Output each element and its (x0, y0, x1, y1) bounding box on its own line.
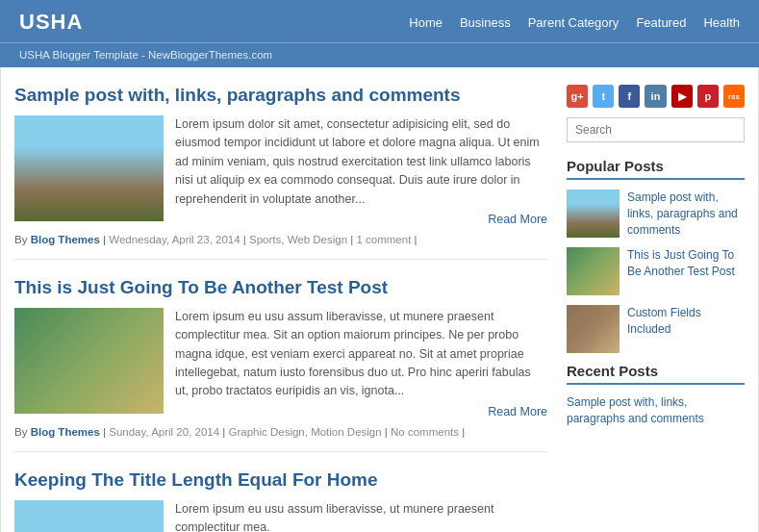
post-body: Lorem ipsum dolor sit amet, consectetur … (14, 115, 547, 226)
post-author[interactable]: Blog Themes (31, 234, 100, 245)
post-date: Wednesday, April 23, 2014 (109, 234, 240, 245)
post-item: Sample post with, links, paragraphs and … (14, 85, 547, 260)
tagline: USHA Blogger Template - NewBloggerThemes… (19, 49, 272, 61)
post-thumbnail (14, 308, 164, 414)
popular-posts-list: Sample post with, links, paragraphs and … (567, 190, 745, 353)
main-nav: HomeBusinessParent CategoryFeaturedHealt… (409, 15, 740, 30)
popular-post-item: This is Just Going To Be Another Test Po… (567, 247, 745, 295)
main-content: Sample post with, links, paragraphs and … (14, 85, 547, 532)
google-plus-icon[interactable]: g+ (567, 85, 588, 108)
post-meta: By Blog Themes | Wednesday, April 23, 20… (14, 234, 547, 245)
post-title[interactable]: Sample post with, links, paragraphs and … (14, 85, 547, 106)
post-thumbnail (14, 500, 164, 532)
popular-posts-title: Popular Posts (567, 158, 745, 180)
nav-item-featured[interactable]: Featured (636, 15, 686, 30)
post-item: This is Just Going To Be Another Test Po… (14, 277, 547, 452)
header-top: USHA HomeBusinessParent CategoryFeatured… (0, 0, 759, 42)
header-sub: USHA Blogger Template - NewBloggerThemes… (0, 42, 759, 67)
recent-posts-title: Recent Posts (567, 363, 745, 385)
sidebar: g+tfin▶prss Popular Posts Sample post wi… (567, 85, 745, 532)
popular-post-thumb (567, 247, 620, 295)
nav-item-home[interactable]: Home (409, 15, 443, 30)
post-text-wrapper: Lorem ipsum dolor sit amet, consectetur … (175, 115, 547, 226)
popular-posts-section: Popular Posts Sample post with, links, p… (567, 158, 745, 353)
nav-item-parent-category[interactable]: Parent Category (528, 15, 620, 30)
nav-item-business[interactable]: Business (460, 15, 511, 30)
post-categories: Graphic Design, Motion Design (229, 426, 382, 438)
popular-post-thumb (567, 305, 620, 353)
popular-post-item: Custom Fields Included (567, 305, 745, 353)
popular-post-title[interactable]: Sample post with, links, paragraphs and … (627, 190, 745, 238)
post-excerpt: Lorem ipsum eu usu assum liberavisse, ut… (175, 500, 547, 532)
post-meta: By Blog Themes | Sunday, April 20, 2014 … (14, 426, 547, 438)
post-body: Lorem ipsum eu usu assum liberavisse, ut… (14, 500, 547, 532)
recent-posts-section: Recent Posts Sample post with, links, pa… (567, 363, 745, 427)
post-thumbnail (14, 115, 164, 221)
rss-icon[interactable]: rss (723, 85, 745, 108)
youtube-icon[interactable]: ▶ (671, 85, 693, 108)
post-excerpt: Lorem ipsum eu usu assum liberavisse, ut… (175, 308, 547, 401)
facebook-icon[interactable]: f (619, 85, 640, 108)
site-title[interactable]: USHA (19, 10, 83, 35)
post-categories: Sports, Web Design (249, 234, 347, 245)
post-author[interactable]: Blog Themes (31, 426, 100, 438)
search-input[interactable] (567, 117, 745, 142)
popular-post-thumb (567, 190, 620, 238)
nav-item-health[interactable]: Health (703, 15, 740, 30)
post-date: Sunday, April 20, 2014 (109, 426, 219, 438)
recent-post-item[interactable]: Sample post with, links, paragraphs and … (567, 394, 745, 427)
post-comments: No comments (391, 426, 459, 438)
post-comments: 1 comment (356, 234, 411, 245)
post-title[interactable]: Keeping The Title Length Equal For Home (14, 469, 547, 491)
read-more-link[interactable]: Read More (175, 405, 547, 418)
post-title[interactable]: This is Just Going To Be Another Test Po… (14, 277, 547, 298)
header: USHA HomeBusinessParent CategoryFeatured… (0, 0, 759, 67)
instagram-icon[interactable]: in (645, 85, 666, 108)
popular-post-item: Sample post with, links, paragraphs and … (567, 190, 745, 238)
post-excerpt: Lorem ipsum dolor sit amet, consectetur … (175, 115, 547, 209)
post-body: Lorem ipsum eu usu assum liberavisse, ut… (14, 308, 547, 418)
pinterest-icon[interactable]: p (697, 85, 719, 108)
post-text-wrapper: Lorem ipsum eu usu assum liberavisse, ut… (175, 308, 547, 418)
twitter-icon[interactable]: t (593, 85, 614, 108)
recent-posts-list: Sample post with, links, paragraphs and … (567, 394, 745, 427)
social-icons: g+tfin▶prss (567, 85, 745, 108)
popular-post-title[interactable]: Custom Fields Included (627, 305, 745, 353)
post-item: Keeping The Title Length Equal For HomeL… (14, 469, 547, 532)
content-wrapper: Sample post with, links, paragraphs and … (0, 67, 759, 532)
popular-post-title[interactable]: This is Just Going To Be Another Test Po… (627, 247, 745, 295)
read-more-link[interactable]: Read More (175, 213, 547, 226)
